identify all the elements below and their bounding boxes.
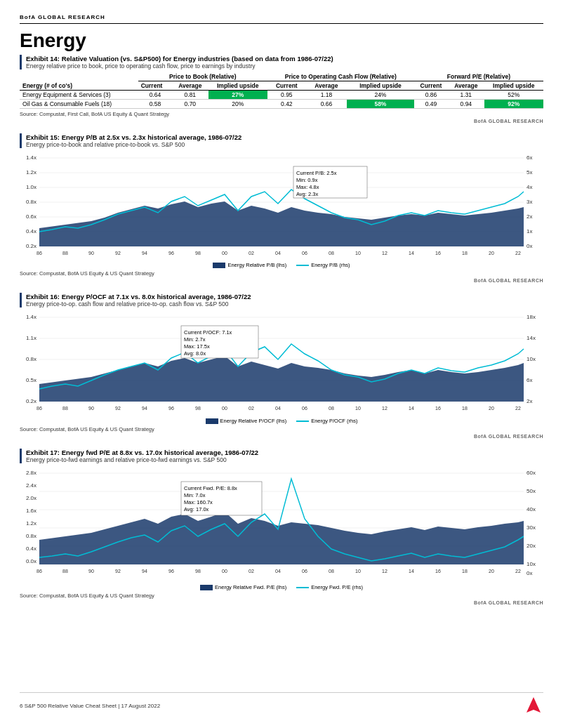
exhibit-17-source: Source: Compustat, BofA US Equity & US Q… xyxy=(20,593,543,599)
svg-text:Avg: 2.3x: Avg: 2.3x xyxy=(296,191,318,197)
exhibit-16: Exhibit 16: Energy P/OCF at 7.1x vs. 8.0… xyxy=(20,293,543,439)
table-row: Oil Gas & Consumable Fuels (18) 0.58 0.7… xyxy=(20,100,543,109)
svg-text:30x: 30x xyxy=(526,524,536,531)
exhibit-15-watermark: BofA GLOBAL RESEARCH xyxy=(20,278,543,283)
fpe-current-header: Current xyxy=(414,81,448,91)
row2-pocf-upside: 58% xyxy=(347,100,414,109)
exhibit-14-title: Exhibit 14: Relative Valuation (vs. S&P5… xyxy=(26,55,333,62)
exhibit-15-legend: Energy Relative P/B (lhs) Energy P/B (rh… xyxy=(20,262,543,268)
exhibit-blue-bar xyxy=(20,55,22,70)
exhibit-14-header: Exhibit 14: Relative Valuation (vs. S&P5… xyxy=(20,55,543,70)
svg-text:00: 00 xyxy=(222,406,227,411)
svg-text:18: 18 xyxy=(462,569,468,574)
exhibit-17: Exhibit 17: Energy fwd P/E at 8.8x vs. 1… xyxy=(20,449,543,605)
svg-text:2x: 2x xyxy=(526,213,532,220)
row2-pocf-current: 0.42 xyxy=(267,100,306,109)
svg-text:14: 14 xyxy=(409,569,414,574)
svg-text:10x: 10x xyxy=(526,356,536,362)
svg-text:Min: 0.9x: Min: 0.9x xyxy=(296,177,318,183)
svg-text:18: 18 xyxy=(462,406,468,411)
svg-text:14: 14 xyxy=(409,406,414,411)
header-bar: BofA GLOBAL RESEARCH xyxy=(20,13,543,24)
legend-dark-swatch-15 xyxy=(213,263,225,268)
svg-text:0x: 0x xyxy=(526,243,532,249)
svg-text:10: 10 xyxy=(355,251,361,256)
svg-text:14: 14 xyxy=(409,251,414,256)
legend-light-15: Energy P/B (rhs) xyxy=(296,262,350,268)
exhibit-16-title-area: Exhibit 16: Energy P/OCF at 7.1x vs. 8.0… xyxy=(26,293,251,307)
exhibit-15-source: Source: Compustat, BofA US Equity & US Q… xyxy=(20,270,543,277)
col-energy: Energy (# of co's) xyxy=(20,72,138,91)
exhibit-16-watermark: BofA GLOBAL RESEARCH xyxy=(20,434,543,439)
svg-text:1x: 1x xyxy=(526,228,532,234)
legend-dark-label-17: Energy Relative Fwd. P/E (lhs) xyxy=(215,584,286,590)
svg-text:0.4x: 0.4x xyxy=(26,228,37,234)
svg-text:0.5x: 0.5x xyxy=(26,377,37,383)
svg-text:20: 20 xyxy=(489,569,494,574)
svg-text:08: 08 xyxy=(329,251,334,256)
svg-text:92: 92 xyxy=(115,569,121,574)
exhibit-16-source: Source: Compustat, BofA US Equity & US Q… xyxy=(20,426,543,432)
svg-text:92: 92 xyxy=(115,406,121,411)
svg-text:0.6x: 0.6x xyxy=(26,213,37,220)
svg-text:16: 16 xyxy=(435,569,441,574)
legend-light-17: Energy Fwd. P/E (rhs) xyxy=(296,584,363,590)
exhibit-14-source: Source: Compustat, First Call, BofA US E… xyxy=(20,111,543,117)
col-ptb-group: Price to Book (Relative) xyxy=(138,72,267,81)
svg-text:Min: 7.0x: Min: 7.0x xyxy=(184,492,206,498)
exhibit-16-title: Exhibit 16: Energy P/OCF at 7.1x vs. 8.0… xyxy=(26,293,251,300)
svg-text:2.4x: 2.4x xyxy=(26,482,37,489)
legend-light-label-15: Energy P/B (rhs) xyxy=(311,262,350,268)
svg-text:00: 00 xyxy=(222,251,227,256)
exhibit-14-subtitle: Energy relative price to book, price to … xyxy=(26,62,333,70)
svg-text:0.8x: 0.8x xyxy=(26,356,37,362)
svg-text:1.4x: 1.4x xyxy=(26,154,37,161)
svg-text:0x: 0x xyxy=(526,570,532,576)
row1-fpe-current: 0.86 xyxy=(414,91,448,100)
footer-logo xyxy=(524,696,543,715)
svg-text:14x: 14x xyxy=(526,335,536,341)
svg-text:1.6x: 1.6x xyxy=(26,508,37,514)
svg-text:02: 02 xyxy=(249,569,254,574)
exhibit-14: Exhibit 14: Relative Valuation (vs. S&P5… xyxy=(20,55,543,124)
svg-text:Current Fwd. P/E: 8.8x: Current Fwd. P/E: 8.8x xyxy=(184,485,237,491)
col-pocf-group: Price to Operating Cash Flow (Relative) xyxy=(267,72,414,81)
exhibit-16-header: Exhibit 16: Energy P/OCF at 7.1x vs. 8.0… xyxy=(20,293,543,307)
exhibit-14-title-area: Exhibit 14: Relative Valuation (vs. S&P5… xyxy=(26,55,333,70)
row2-ptb-average: 0.70 xyxy=(172,100,208,109)
legend-light-swatch-17 xyxy=(296,587,309,588)
svg-text:94: 94 xyxy=(142,406,147,411)
row2-name: Oil Gas & Consumable Fuels (18) xyxy=(20,100,138,109)
ptb-upside-header: Implied upside xyxy=(208,81,267,91)
svg-text:0.8x: 0.8x xyxy=(26,533,37,539)
svg-text:06: 06 xyxy=(302,251,307,256)
svg-text:10x: 10x xyxy=(526,561,536,567)
legend-light-label-16: Energy P/OCF (rhs) xyxy=(311,418,357,424)
svg-text:Max: 17.5x: Max: 17.5x xyxy=(184,343,210,350)
table-row: Energy Equipment & Services (3) 0.64 0.8… xyxy=(20,91,543,100)
svg-text:90: 90 xyxy=(88,569,94,574)
svg-text:Avg: 17.0x: Avg: 17.0x xyxy=(184,506,209,512)
svg-text:10: 10 xyxy=(355,406,361,411)
page-title: Energy xyxy=(20,29,543,52)
footer-page-info: 6 S&P 500 Relative Value Cheat Sheet | 1… xyxy=(20,703,160,709)
legend-dark-swatch-17 xyxy=(200,585,213,590)
svg-text:12: 12 xyxy=(382,251,388,256)
legend-light-swatch-15 xyxy=(296,265,309,266)
svg-text:96: 96 xyxy=(168,569,174,574)
svg-text:90: 90 xyxy=(88,251,94,256)
svg-text:Current P/B: 2.5x: Current P/B: 2.5x xyxy=(296,170,337,176)
exhibit-15-subtitle: Energy price-to-book and relative price-… xyxy=(26,141,241,148)
legend-dark-17: Energy Relative Fwd. P/E (lhs) xyxy=(200,584,286,590)
exhibit-15-chart: 1.4x 1.2x 1.0x 0.8x 0.6x 0.4x 0.2x 6x 5x… xyxy=(20,151,543,260)
legend-light-label-17: Energy Fwd. P/E (rhs) xyxy=(311,584,363,590)
exhibit-14-watermark: BofA GLOBAL RESEARCH xyxy=(20,119,543,124)
pocf-current-header: Current xyxy=(267,81,306,91)
footer: 6 S&P 500 Relative Value Cheat Sheet | 1… xyxy=(20,692,543,715)
svg-text:86: 86 xyxy=(37,406,42,411)
svg-text:16: 16 xyxy=(435,406,441,411)
svg-text:1.2x: 1.2x xyxy=(26,520,37,527)
legend-dark-15: Energy Relative P/B (lhs) xyxy=(213,262,286,268)
svg-text:2.8x: 2.8x xyxy=(26,470,37,476)
svg-text:Current P/OCF: 7.1x: Current P/OCF: 7.1x xyxy=(184,329,232,336)
